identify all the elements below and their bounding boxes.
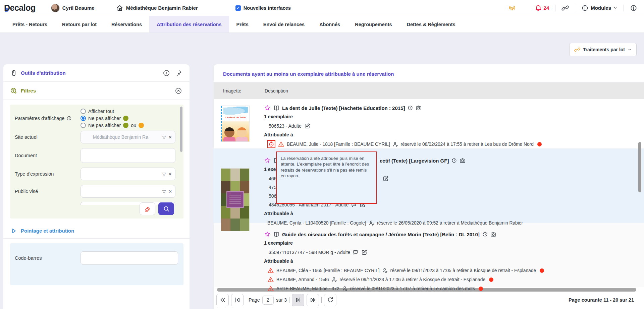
star-icon[interactable] — [264, 105, 271, 111]
person-reserve-icon[interactable] — [368, 220, 374, 226]
site-name: Médiathèque Benjamin Rabier — [126, 5, 198, 11]
tab-dettes-reglements[interactable]: Dettes & Règlements — [399, 16, 463, 33]
comment-icon[interactable] — [353, 249, 359, 255]
radio-ne-pas-afficher-vert-ou-orange[interactable]: Ne pas afficher ou — [80, 123, 144, 128]
document-title[interactable]: La dent de Julie (Texte) [Hachette Educa… — [282, 105, 405, 111]
batch-actions-button[interactable]: Traitements par lot — [569, 43, 637, 56]
tab-prets-retours[interactable]: Prêts - Retours — [5, 16, 55, 33]
first-page-icon — [219, 296, 226, 304]
edit-icon[interactable] — [304, 123, 311, 129]
attributable-label: Attribuable à — [264, 258, 644, 265]
warning-icon[interactable] — [278, 141, 284, 147]
next-page-button[interactable] — [292, 294, 304, 306]
imagette-cell: La dent de Julie — [220, 104, 264, 148]
collapse-filters-button[interactable] — [174, 86, 183, 95]
tab-envoi-de-relances[interactable]: Envoi de relances — [256, 16, 312, 33]
radio-unselected[interactable] — [80, 109, 86, 114]
history-clock-icon[interactable] — [451, 158, 457, 164]
document-title[interactable]: Guide des oiseaux des forêts et campagne… — [282, 232, 480, 237]
public-vise-input[interactable] — [80, 185, 175, 198]
barcode-input[interactable] — [80, 251, 178, 265]
notifications-button[interactable]: 24 — [535, 4, 549, 12]
radio-afficher-tout[interactable]: Afficher tout — [80, 109, 144, 114]
person-reserve-icon[interactable] — [392, 141, 398, 147]
attributed-paused-flag-icon[interactable] — [267, 140, 275, 148]
camera-icon[interactable] — [490, 231, 496, 237]
star-icon[interactable] — [264, 231, 271, 238]
tab-attribution-des-reservations[interactable]: Attribution des réservations — [149, 16, 229, 33]
holder-line[interactable]: ARTE BEAUME, Martine - 372 réservé le 09… — [264, 285, 644, 292]
edit-icon[interactable] — [382, 175, 389, 182]
camera-icon[interactable] — [460, 158, 466, 164]
document-title-fragment[interactable]: ectif (Texte) [Largevision GF] — [380, 158, 449, 164]
clear-filters-button[interactable] — [140, 202, 155, 215]
holder-name: BEAUME, Armand - 1546 — [276, 277, 329, 282]
filters-header[interactable]: Filtres — [3, 82, 190, 100]
pagination-bar: Page sur 3 Page courante 11 - 20 sur 21 — [214, 292, 644, 308]
edit-icon[interactable] — [361, 249, 368, 256]
radio-ne-pas-afficher-vert[interactable]: Ne pas afficher — [80, 116, 144, 121]
site-selector[interactable]: Médiathèque Benjamin Rabier — [116, 4, 198, 12]
pointage-form: Code-barres — [10, 243, 183, 285]
reservation-info: réservé le 09/11/2023 à 17:07 à retirer … — [350, 286, 475, 291]
info-icon[interactable] — [66, 116, 72, 121]
checkbox-checked-icon[interactable] — [235, 5, 241, 11]
collapse-panel-button[interactable] — [162, 69, 171, 77]
site-input[interactable] — [80, 131, 175, 143]
document-row[interactable]: Guide des oiseaux des forêts et campagne… — [214, 223, 644, 287]
holder-line[interactable]: BEAUME, Cyrila - L10400520 [Famille : Go… — [264, 219, 644, 227]
rfid-icon[interactable] — [508, 4, 516, 12]
info-icon[interactable] — [630, 4, 637, 12]
person-reserve-icon[interactable] — [382, 267, 388, 273]
star-icon[interactable] — [264, 157, 271, 164]
tab-prets[interactable]: Prêts — [229, 16, 256, 33]
modules-menu[interactable]: Modules — [581, 4, 618, 12]
new-ui-toggle[interactable]: Nouvelles interfaces — [235, 5, 291, 11]
radio-label: Ne pas afficher — [88, 116, 121, 121]
holder-line[interactable]: BEAUME, Cléa - 1665 [Famille : BEAUME CY… — [264, 267, 644, 274]
clear-icon[interactable]: ✕ — [168, 172, 172, 176]
first-page-button[interactable] — [216, 294, 229, 306]
list-vertical-scrollbar[interactable] — [638, 142, 641, 192]
pointage-header[interactable]: Pointage et attribution — [3, 223, 190, 239]
person-reserve-icon[interactable] — [331, 276, 337, 283]
tab-regroupements[interactable]: Regroupements — [347, 16, 399, 33]
history-clock-icon[interactable] — [407, 105, 413, 111]
warning-icon[interactable] — [267, 276, 274, 283]
warning-icon[interactable] — [267, 267, 274, 274]
caret-down-icon — [628, 48, 632, 52]
document-row[interactable]: La dent de Julie La dent de Julie (Texte… — [214, 99, 644, 148]
document-label: Document — [15, 153, 80, 158]
dropdown-icon[interactable]: ▽ — [162, 135, 166, 139]
holder-line[interactable]: BEAUME, Julie - 1818 [Famille : BEAUME C… — [264, 140, 644, 148]
red-status-dot — [479, 287, 483, 291]
page-input[interactable] — [262, 296, 274, 305]
app-logo[interactable]: Decalog — [4, 3, 36, 13]
tab-abonnes[interactable]: Abonnés — [312, 16, 347, 33]
refresh-button[interactable] — [324, 294, 336, 306]
dropdown-icon[interactable]: ▽ — [162, 172, 166, 176]
camera-icon[interactable] — [416, 105, 422, 111]
filters-scrollbar[interactable] — [180, 107, 182, 152]
filters-title: Filtres — [21, 88, 36, 94]
link-icon[interactable] — [561, 4, 569, 12]
holder-line[interactable]: BEAUME, Armand - 1546 réservé le 09/11/2… — [264, 276, 644, 283]
history-clock-icon[interactable] — [482, 231, 488, 237]
user-menu[interactable]: Cyril Beaume — [51, 4, 95, 12]
pin-icon[interactable] — [174, 69, 183, 77]
radio-unselected[interactable] — [80, 123, 86, 128]
previous-page-button[interactable] — [231, 294, 244, 306]
type-expression-input[interactable] — [80, 168, 175, 180]
clear-icon[interactable]: ✕ — [168, 189, 172, 194]
dropdown-icon[interactable]: ▽ — [162, 189, 166, 194]
tools-title: Outils d'attribution — [21, 70, 66, 76]
radio-selected[interactable] — [80, 116, 86, 121]
warning-icon[interactable] — [267, 285, 274, 292]
clear-icon[interactable]: ✕ — [168, 135, 172, 139]
tab-retours-par-lot[interactable]: Retours par lot — [55, 16, 104, 33]
search-button[interactable] — [158, 202, 174, 215]
tab-reservations[interactable]: Réservations — [104, 16, 149, 33]
document-input[interactable] — [80, 148, 175, 163]
last-page-button[interactable] — [307, 294, 319, 306]
person-reserve-icon[interactable] — [342, 286, 348, 292]
